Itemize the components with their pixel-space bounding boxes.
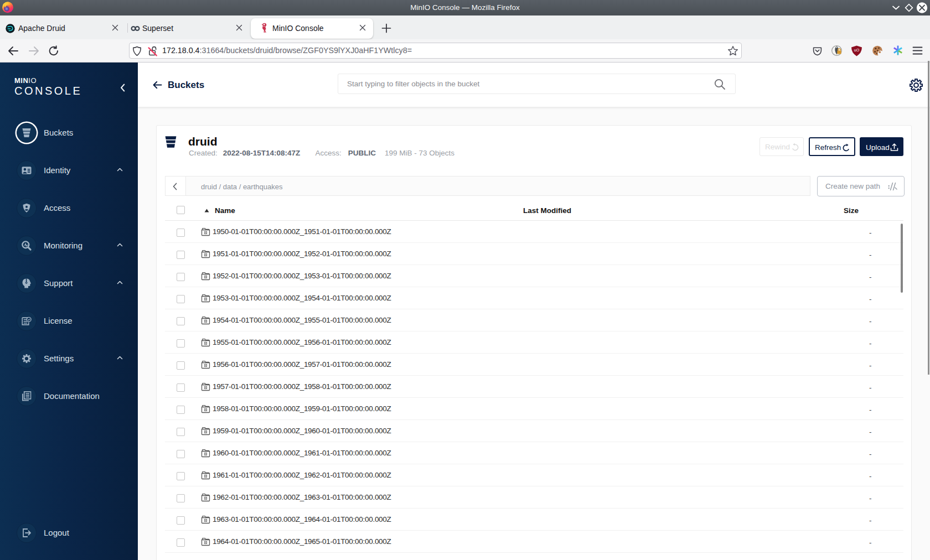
svg-text:uO: uO: [854, 48, 860, 52]
